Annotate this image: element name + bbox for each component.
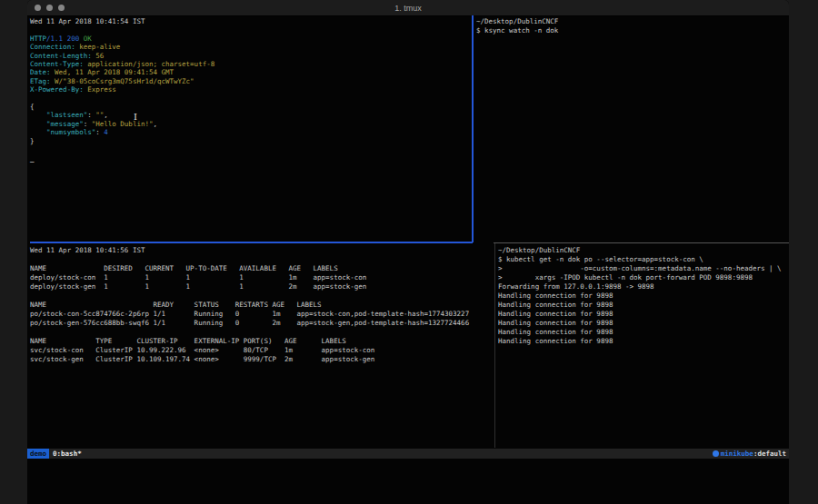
kube-context-label: minikube: [721, 450, 753, 458]
terminal-line: po/stock-gen-576cc688bb-swqf6 1/1 Runnin…: [30, 319, 492, 328]
terminal-line: NAME TYPE CLUSTER-IP EXTERNAL-IP PORT(S)…: [30, 337, 492, 346]
terminal-line: [30, 292, 492, 301]
terminal-line: Wed 11 Apr 2018 10:41:56 IST: [30, 246, 492, 255]
terminal-line: [30, 94, 470, 103]
terminal-line: Handling connection for 9898: [498, 328, 787, 337]
session-name-badge: demo: [27, 449, 49, 459]
pane-port-forward[interactable]: ~/Desktop/DublinCNCF$ kubectl get -n dok…: [498, 246, 787, 346]
terminal-line: ETag: W/"38-05coCsrg3mQ75sHr1d/qcWTwYZc": [30, 77, 470, 85]
pane-divider-vertical-bottom: [494, 243, 495, 448]
window-title: 1. tmux: [27, 4, 789, 13]
window-tab-active[interactable]: 0:bash*: [53, 450, 82, 458]
terminal-line: HTTP/1.1 200 OK: [30, 35, 470, 43]
kube-namespace-label: :default: [753, 450, 786, 458]
pane-kubectl-get[interactable]: Wed 11 Apr 2018 10:41:56 IST NAME DESIRE…: [30, 246, 492, 364]
terminal-line: $ ksync watch -n dok: [476, 26, 785, 35]
terminal-line: svc/stock-con ClusterIP 10.99.222.96 <no…: [30, 346, 492, 355]
terminal-line: Content-Length: 56: [30, 52, 470, 60]
pane-http-response[interactable]: Wed 11 Apr 2018 10:41:54 IST HTTP/1.1 20…: [30, 17, 470, 163]
terminal-window: 1. tmux Wed 11 Apr 2018 10:41:54 IST HTT…: [27, 0, 789, 504]
terminal-line: po/stock-con-5cc874766c-2p6rp 1/1 Runnin…: [30, 310, 492, 319]
terminal-line: $ kubectl get -n dok po --selector=app=s…: [498, 255, 787, 264]
pane-ksync[interactable]: ~/Desktop/DublinCNCF$ ksync watch -n dok: [476, 17, 785, 35]
pane-divider-horizontal: [494, 242, 789, 243]
terminal-line: Handling connection for 9898: [498, 292, 787, 301]
terminal-line: Handling connection for 9898: [498, 319, 787, 328]
tmux-status-bar: demo 0:bash* minikube :default: [27, 449, 789, 459]
desktop-background: 1. tmux Wed 11 Apr 2018 10:41:54 IST HTT…: [0, 0, 818, 504]
pane-divider-horizontal-active: [30, 242, 473, 243]
terminal-line: [30, 328, 492, 337]
terminal-line: [30, 255, 492, 264]
terminal-line: Content-Type: application/json; charset=…: [30, 60, 470, 68]
terminal-line: Handling connection for 9898: [498, 310, 787, 319]
terminal-line: {: [30, 103, 470, 111]
terminal-line: > xargs -IPOD kubectl -n dok port-forwar…: [498, 273, 787, 282]
terminal-line: }: [30, 137, 470, 145]
terminal-line: Wed 11 Apr 2018 10:41:54 IST: [30, 17, 470, 25]
terminal-line: "message": "Hello Dublin!",: [30, 120, 470, 128]
kube-status: minikube :default: [713, 450, 786, 458]
terminal-line: Forwarding from 127.0.0.1:9898 -> 9898: [498, 282, 787, 292]
terminal-line: X-Powered-By: Express: [30, 85, 470, 94]
window-titlebar[interactable]: 1. tmux: [27, 0, 789, 16]
terminal-line: ~/Desktop/DublinCNCF: [476, 17, 785, 26]
terminal-line: Handling connection for 9898: [498, 301, 787, 310]
terminal-line: > -o=custom-columns=:metadata.name --no-…: [498, 264, 787, 273]
terminal-line: "numsymbols": 4: [30, 128, 470, 136]
terminal-line: ~/Desktop/DublinCNCF: [498, 246, 787, 255]
terminal-line: "lastseen": "",: [30, 111, 470, 119]
terminal-line: Handling connection for 9898: [498, 337, 787, 346]
pane-divider-vertical-top: [472, 15, 474, 242]
kubernetes-icon: [713, 450, 719, 457]
terminal-line: Date: Wed, 11 Apr 2018 09:41:54 GMT: [30, 68, 470, 76]
terminal-line: svc/stock-gen ClusterIP 10.109.197.74 <n…: [30, 355, 492, 364]
terminal-line: [30, 25, 470, 34]
terminal-line: [30, 145, 470, 153]
terminal-line: deploy/stock-con 1 1 1 1 1m app=stock-co…: [30, 273, 492, 282]
terminal-line: _: [30, 154, 470, 163]
terminal-line: Connection: keep-alive: [30, 43, 470, 51]
terminal-line: NAME DESIRED CURRENT UP-TO-DATE AVAILABL…: [30, 264, 492, 273]
terminal-line: deploy/stock-gen 1 1 1 1 2m app=stock-ge…: [30, 282, 492, 292]
terminal-line: NAME READY STATUS RESTARTS AGE LABELS: [30, 301, 492, 310]
ibeam-cursor-icon: I: [134, 112, 137, 122]
